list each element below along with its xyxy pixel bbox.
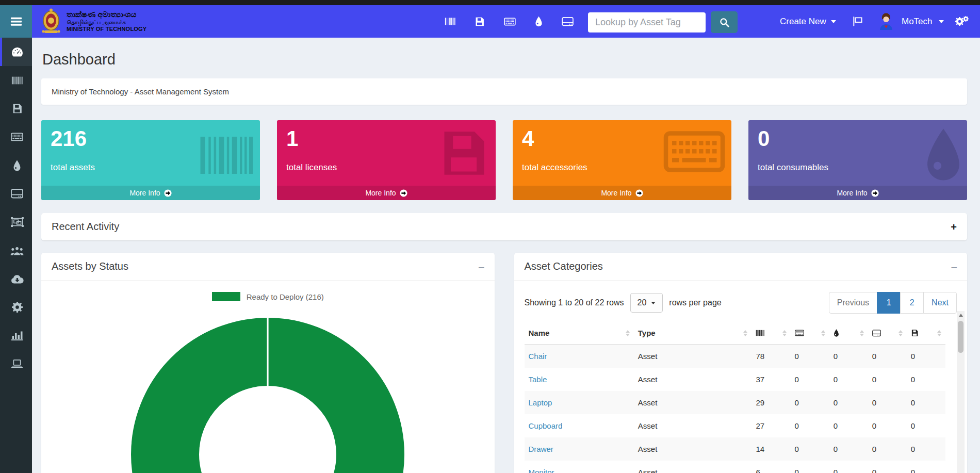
sidebar-item-assets[interactable] [0, 66, 32, 94]
category-type: Asset [634, 345, 752, 368]
user-menu-dropdown[interactable]: MoTech [877, 5, 944, 38]
consumables-quicklink[interactable] [535, 16, 543, 27]
category-link[interactable]: Cupboard [529, 421, 563, 430]
column-header-components[interactable] [868, 322, 907, 345]
sidebar-item-consumables[interactable] [0, 151, 32, 180]
logo-english: MINISTRY OF TECHNOLOGY [67, 26, 146, 32]
sidebar-item-licenses[interactable] [0, 94, 32, 123]
column-header-licenses[interactable] [907, 322, 945, 345]
status-donut-chart [41, 307, 495, 473]
components-count: 0 [868, 461, 907, 473]
sidebar-item-components[interactable] [0, 180, 32, 208]
licenses-count: 0 [907, 414, 945, 437]
hdd-icon [562, 17, 574, 26]
recent-activity-panel: Recent Activity + [41, 213, 967, 240]
category-type: Asset [634, 414, 752, 437]
assets-count: 37 [752, 368, 790, 391]
consumables-count: 0 [829, 368, 868, 391]
category-link[interactable]: Monitor [529, 468, 554, 473]
save-icon [12, 103, 23, 114]
consumables-count: 0 [829, 345, 868, 368]
column-header-consumables[interactable] [829, 322, 868, 345]
users-icon [10, 246, 24, 255]
accessories-count: 0 [791, 414, 829, 437]
assets-count: 27 [752, 414, 790, 437]
table-scrollbar[interactable] [957, 311, 965, 473]
sort-icon [821, 330, 825, 336]
create-new-dropdown[interactable]: Create New [780, 5, 836, 38]
category-link[interactable]: Chair [529, 352, 547, 361]
admin-settings-button[interactable] [955, 5, 969, 38]
sidebar-item-reports[interactable] [0, 321, 32, 350]
sidebar-item-dashboard[interactable] [0, 38, 32, 66]
column-header-type[interactable]: Type [634, 322, 752, 345]
pagination-page-1[interactable]: 1 [877, 292, 901, 314]
sort-icon [860, 330, 864, 336]
assets-by-status-panel: Assets by Status – Ready to Deploy (216) [41, 253, 495, 473]
more-info-link[interactable]: More Info [513, 186, 731, 200]
assets-count: 14 [752, 437, 790, 461]
column-header-assets[interactable] [752, 322, 790, 345]
more-info-link[interactable]: More Info [748, 186, 967, 200]
save-icon [475, 17, 485, 27]
components-count: 0 [868, 391, 907, 414]
pagination-next[interactable]: Next [923, 292, 957, 314]
collapse-panel-button[interactable]: – [479, 262, 484, 271]
chart-legend[interactable]: Ready to Deploy (216) [41, 292, 495, 301]
ministry-logo-text: තාක්ෂණ අමාත්‍යාංශය தொழில்நுட்ப அமைச்சு M… [67, 10, 146, 32]
keyboard-icon [663, 127, 725, 176]
sidebar-item-import[interactable] [0, 265, 32, 293]
category-link[interactable]: Table [529, 375, 547, 384]
asset-categories-table: Name Type Chair Asset [525, 322, 946, 473]
scroll-up-arrow[interactable] [957, 311, 965, 319]
more-info-link[interactable]: More Info [277, 186, 496, 200]
accessories-count: 0 [791, 391, 829, 414]
sidebar-item-requestable[interactable] [0, 350, 32, 378]
table-row: Monitor Asset 6 0 0 0 0 [525, 461, 946, 473]
components-quicklink[interactable] [562, 17, 574, 26]
sidebar-item-people[interactable] [0, 236, 32, 265]
accessories-count: 0 [791, 368, 829, 391]
cogs-icon [955, 16, 969, 27]
components-count: 0 [868, 345, 907, 368]
hdd-icon [872, 330, 881, 337]
top-navbar: තාක්ෂණ අමාත්‍යාංශය தொழில்நுட்ப அமைச்சு M… [0, 5, 980, 38]
recent-activity-header: Recent Activity + [41, 213, 967, 240]
table-row: Cupboard Asset 27 0 0 0 0 [525, 414, 946, 437]
assets-quicklink[interactable] [445, 16, 455, 27]
pagination-previous[interactable]: Previous [829, 292, 877, 314]
category-link[interactable]: Drawer [529, 445, 553, 453]
collapse-panel-button[interactable]: – [951, 262, 957, 271]
sidebar-item-predefined-kits[interactable] [0, 208, 32, 236]
barcode-icon [11, 75, 23, 86]
arrow-circle-right-icon [164, 189, 172, 197]
sidebar-item-accessories[interactable] [0, 123, 32, 151]
sidebar-item-settings[interactable] [0, 293, 32, 321]
flag-button[interactable] [852, 5, 863, 38]
barcode-icon [756, 329, 764, 337]
accessories-quicklink[interactable] [504, 18, 516, 26]
expand-panel-button[interactable]: + [951, 222, 957, 232]
column-header-accessories[interactable] [791, 322, 829, 345]
left-sidebar [0, 38, 32, 473]
caret-down-icon [651, 302, 656, 304]
sidebar-toggle-button[interactable] [0, 5, 32, 38]
scrollbar-thumb[interactable] [958, 321, 963, 353]
more-info-link[interactable]: More Info [41, 186, 260, 200]
asset-categories-header: Asset Categories – [514, 253, 968, 281]
category-link[interactable]: Laptop [529, 398, 552, 407]
app-logo[interactable]: තාක්ෂණ අමාත්‍යාංශය தொழில்நுட்ப அமைச்சு M… [40, 8, 146, 35]
search-icon [720, 18, 729, 27]
licenses-quicklink[interactable] [475, 17, 485, 27]
pagination-page-2[interactable]: 2 [900, 292, 924, 314]
page-size-dropdown[interactable]: 20 [630, 293, 663, 313]
search-button[interactable] [711, 11, 738, 33]
arrow-circle-right-icon [635, 189, 643, 197]
arrow-circle-right-icon [871, 189, 879, 197]
column-header-name[interactable]: Name [525, 322, 634, 345]
search-input[interactable] [588, 12, 706, 32]
asset-categories-panel: Asset Categories – Showing 1 to 20 of 22… [514, 253, 968, 473]
logo-sinhala: තාක්ෂණ අමාත්‍යාංශය [67, 10, 146, 19]
panel-title: Asset Categories [525, 260, 603, 272]
sort-icon [782, 330, 787, 336]
